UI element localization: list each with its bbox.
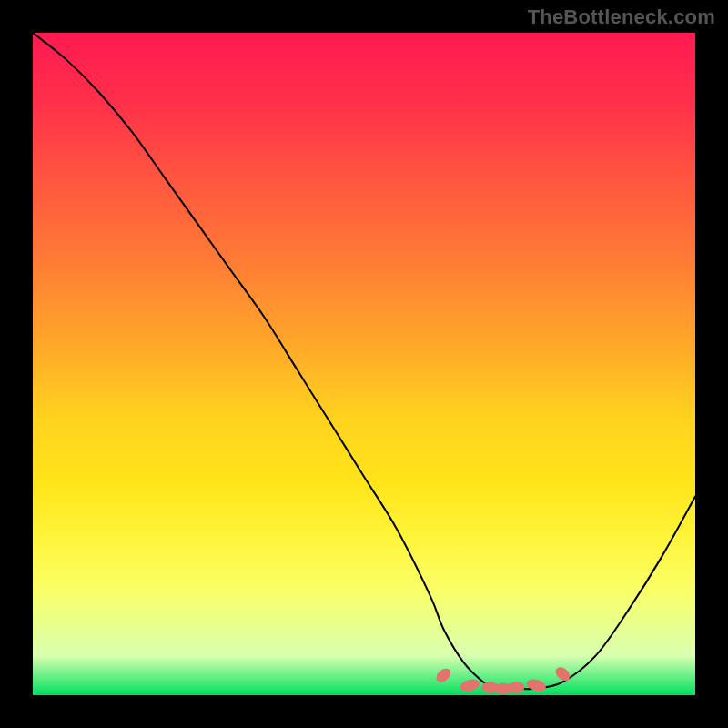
bottleneck-curve [33, 33, 695, 689]
plot-area [33, 33, 695, 695]
watermark-text: TheBottleneck.com [528, 5, 715, 29]
curve-marker [553, 664, 573, 683]
curve-marker [508, 682, 524, 693]
curve-marker [459, 677, 480, 693]
curve-marker [525, 677, 547, 693]
curve-layer [33, 33, 695, 695]
curve-markers [434, 664, 573, 693]
curve-marker [434, 666, 454, 685]
chart-frame: TheBottleneck.com [0, 0, 728, 728]
